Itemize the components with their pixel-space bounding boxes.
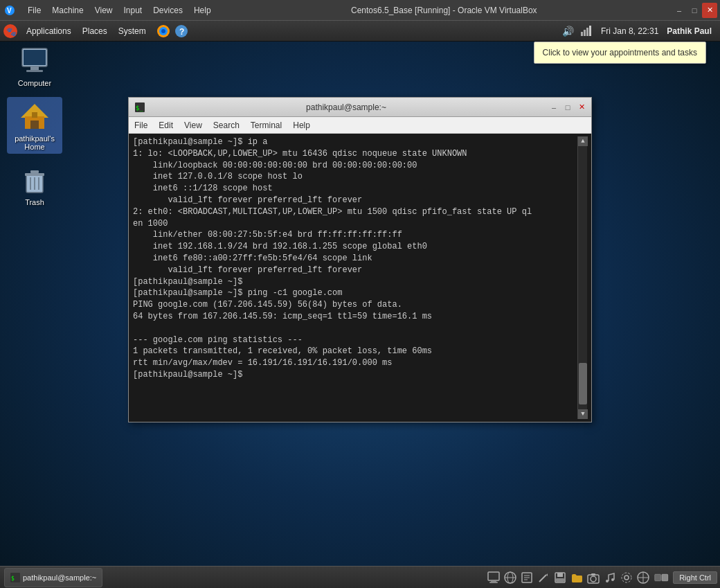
svg-rect-12: [589, 26, 591, 36]
svg-rect-10: [584, 30, 586, 36]
svg-point-53: [622, 573, 631, 582]
terminal-close-button[interactable]: ✕: [575, 101, 588, 114]
trash-desktop-icon[interactable]: Trash: [7, 161, 62, 209]
terminal-menu-search[interactable]: Search: [208, 119, 245, 132]
terminal-menubar: File Edit View Search Terminal Help: [129, 117, 591, 134]
bottom-screen-icon[interactable]: [486, 570, 501, 585]
terminal-menu-view[interactable]: View: [179, 119, 208, 132]
firefox-icon[interactable]: [156, 24, 171, 39]
gnome-system-menu[interactable]: System: [113, 21, 152, 42]
svg-text:🐾: 🐾: [6, 26, 17, 37]
desktop-icons-container: Computer pathikpaul's Home: [7, 42, 62, 209]
scrollbar-thumb[interactable]: [579, 363, 587, 404]
terminal-content: [pathikpaul@sample ~]$ ip a 1: lo: <LOOP…: [133, 136, 577, 419]
taskbar-terminal-icon: $: [10, 573, 20, 582]
vbox-menubar: V File Machine View Input Devices Help C…: [0, 0, 720, 21]
bottom-notes-icon[interactable]: [519, 570, 534, 585]
svg-rect-9: [581, 32, 583, 36]
svg-text:$: $: [11, 576, 15, 582]
svg-rect-49: [591, 573, 595, 576]
help-icon[interactable]: ?: [174, 24, 189, 39]
username-display: Pathik Paul: [664, 26, 714, 36]
bottom-resize-icon[interactable]: [654, 570, 669, 585]
bottom-taskbar: $ pathikpaul@sample:~: [0, 566, 720, 588]
svg-point-52: [624, 576, 629, 580]
bottom-camera-icon[interactable]: [586, 570, 601, 585]
gnome-applications-menu[interactable]: Applications: [21, 21, 77, 42]
home-desktop-icon[interactable]: pathikpaul's Home: [7, 97, 62, 154]
vbox-close-button[interactable]: ✕: [702, 3, 717, 18]
svg-point-48: [591, 576, 596, 582]
gnome-panel-right: 🔊 Fri Jan 8, 22:31 Pathik Paul: [559, 24, 720, 39]
svg-marker-42: [546, 573, 548, 576]
svg-text:V: V: [7, 7, 12, 15]
terminal-scrollbar[interactable]: ▲ ▼: [577, 136, 587, 419]
svg-rect-23: [30, 170, 39, 173]
volume-icon[interactable]: 🔊: [561, 24, 576, 39]
svg-point-50: [606, 580, 609, 582]
home-icon-label: pathikpaul's Home: [10, 134, 60, 151]
svg-text:?: ?: [179, 27, 184, 37]
vbox-menu-file[interactable]: File: [22, 3, 46, 18]
scrollbar-up-arrow[interactable]: ▲: [578, 136, 588, 146]
tooltip-text: Click to view your appointments and task…: [543, 48, 697, 57]
vbox-menu-view[interactable]: View: [89, 3, 118, 18]
terminal-window: $_ pathikpaul@sample:~ – □ ✕ File Edit V…: [128, 97, 592, 422]
gnome-places-menu[interactable]: Places: [77, 21, 113, 42]
terminal-menu-file[interactable]: File: [129, 119, 153, 132]
datetime-display[interactable]: Fri Jan 8, 22:31: [595, 26, 664, 36]
bottom-right-controls: Right Ctrl: [485, 570, 720, 585]
svg-rect-20: [32, 112, 37, 118]
computer-icon: [18, 44, 51, 78]
svg-rect-58: [662, 574, 668, 580]
vbox-menu-container: File Machine View Input Devices Help: [19, 3, 217, 18]
terminal-menu-terminal[interactable]: Terminal: [245, 119, 287, 132]
terminal-title: pathikpaul@sample:~: [145, 103, 547, 112]
bottom-settings-icon[interactable]: [619, 570, 634, 585]
terminal-menu-help[interactable]: Help: [287, 119, 316, 132]
vbox-maximize-button[interactable]: □: [687, 3, 702, 18]
terminal-menu-edit[interactable]: Edit: [153, 119, 179, 132]
svg-rect-45: [557, 573, 563, 577]
svg-rect-19: [30, 121, 39, 129]
bottom-globe-icon[interactable]: [636, 570, 651, 585]
right-ctrl-button[interactable]: Right Ctrl: [673, 571, 717, 584]
terminal-minimize-button[interactable]: –: [548, 101, 560, 114]
svg-rect-31: [488, 572, 499, 580]
bottom-pencil-icon[interactable]: [536, 570, 551, 585]
vbox-menu-machine[interactable]: Machine: [46, 3, 89, 18]
svg-rect-32: [491, 580, 496, 582]
bottom-save-icon[interactable]: [552, 570, 568, 585]
svg-text:$_: $_: [136, 105, 143, 112]
vbox-menu-input[interactable]: Input: [118, 3, 148, 18]
bottom-music-icon[interactable]: [602, 570, 618, 585]
computer-desktop-icon[interactable]: Computer: [7, 42, 62, 90]
gnome-logo: 🐾: [0, 21, 21, 42]
svg-point-51: [611, 578, 614, 581]
terminal-body[interactable]: [pathikpaul@sample ~]$ ip a 1: lo: <LOOP…: [129, 134, 591, 422]
svg-rect-15: [30, 66, 39, 70]
vbox-title: Centos6.5_Base [Running] - Oracle VM Vir…: [217, 6, 672, 15]
terminal-icon: $_: [134, 102, 145, 113]
network-icon[interactable]: [579, 24, 594, 39]
vbox-menu-help[interactable]: Help: [188, 3, 217, 18]
home-icon: [18, 100, 51, 133]
bottom-web-icon[interactable]: [503, 570, 518, 585]
vbox-minimize-button[interactable]: –: [672, 3, 687, 18]
vbox-logo-icon: V: [3, 3, 17, 17]
appointments-tooltip: Click to view your appointments and task…: [534, 42, 706, 64]
svg-rect-33: [489, 582, 498, 583]
scrollbar-down-arrow[interactable]: ▼: [578, 409, 588, 419]
svg-point-6: [161, 29, 165, 33]
svg-rect-46: [556, 578, 564, 582]
svg-rect-16: [26, 70, 43, 72]
taskbar-terminal-item[interactable]: $ pathikpaul@sample:~: [4, 568, 102, 587]
trash-icon-label: Trash: [25, 198, 44, 206]
vbox-menu-devices[interactable]: Devices: [147, 3, 188, 18]
gnome-panel-left: 🐾 Applications Places System ?: [0, 21, 559, 42]
terminal-maximize-button[interactable]: □: [561, 101, 574, 114]
bottom-folder-icon[interactable]: [569, 570, 584, 585]
svg-rect-11: [586, 28, 588, 36]
gnome-panel: 🐾 Applications Places System ?: [0, 21, 720, 42]
terminal-titlebar: $_ pathikpaul@sample:~ – □ ✕: [129, 98, 591, 117]
